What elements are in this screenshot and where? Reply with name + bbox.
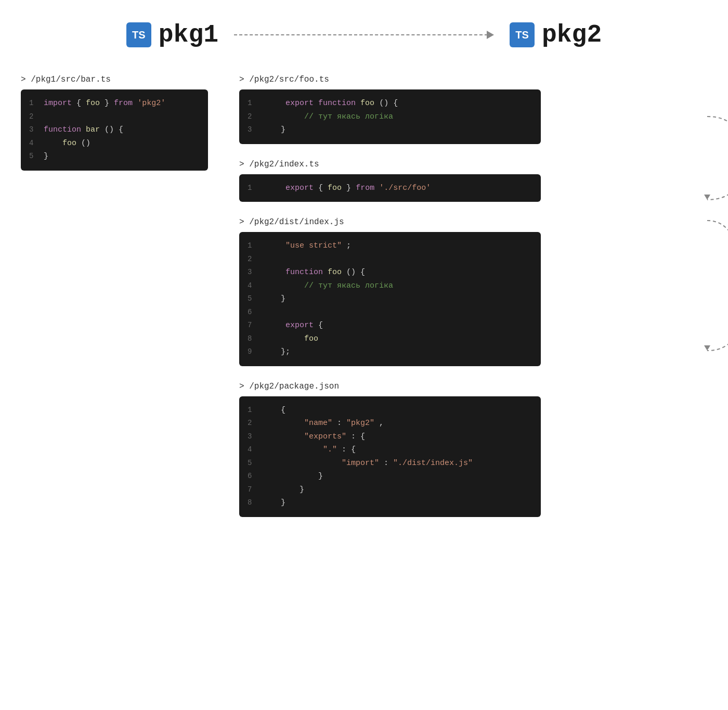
pjln-6: 6	[248, 470, 262, 483]
code-line-2: 2	[29, 110, 200, 124]
dist-line-8: 8 foo	[248, 332, 532, 346]
line-content-2	[44, 110, 200, 124]
dist-index-section: > /pkg2/dist/index.js 1 "use strict" ; 2	[239, 217, 707, 366]
lc-2: // тут якась логіка	[262, 110, 532, 124]
foo-ts-path: > /pkg2/src/foo.ts	[239, 75, 707, 84]
dln-1: 1	[248, 240, 262, 252]
pj-line-5: 5 "import" : "./dist/index.js"	[248, 457, 532, 470]
index-ts-path-text: > /pkg2/index.ts	[239, 160, 319, 169]
dist-line-7: 7 export {	[248, 319, 532, 332]
pjln-3: 3	[248, 431, 262, 443]
main-content: > /pkg1/src/bar.ts 1 import { foo } from…	[0, 75, 728, 533]
pkg1-label: TS pkg1	[126, 21, 218, 49]
lc-3: }	[262, 123, 532, 137]
line-content-3: function bar () {	[44, 123, 200, 137]
arrow-head	[487, 31, 494, 39]
pj-line-4: 4 "." : {	[248, 443, 532, 457]
pjlc-3: "exports" : {	[262, 430, 532, 444]
dist-line-9: 9 };	[248, 345, 532, 359]
code-line-1: 1 import { foo } from 'pkg2'	[29, 97, 200, 110]
pjln-4: 4	[248, 444, 262, 456]
dln-2: 2	[248, 253, 262, 266]
ln-1: 1	[248, 97, 262, 110]
dln-9: 9	[248, 346, 262, 358]
pjlc-2: "name" : "pkg2" ,	[262, 417, 532, 430]
iln-1: 1	[248, 182, 262, 195]
foo-ts-line-2: 2 // тут якась логіка	[248, 110, 532, 124]
dln-4: 4	[248, 280, 262, 292]
dist-index-path: > /pkg2/dist/index.js	[239, 217, 707, 227]
line-num-3: 3	[29, 124, 44, 136]
pj-line-1: 1 {	[248, 404, 532, 417]
dlc-9: };	[262, 345, 532, 359]
index-ts-code: 1 export { foo } from './src/foo'	[239, 174, 541, 202]
dlc-7: export {	[262, 319, 532, 332]
dln-7: 7	[248, 319, 262, 332]
code-line-5: 5 }	[29, 150, 200, 163]
line-content-4: foo ()	[44, 137, 200, 150]
dist-line-4: 4 // тут якась логіка	[248, 279, 532, 293]
foo-ts-line-1: 1 export function foo () {	[248, 97, 532, 110]
bar-ts-section: > /pkg1/src/bar.ts 1 import { foo } from…	[21, 75, 208, 171]
pjln-8: 8	[248, 497, 262, 509]
pkg1-text: pkg1	[159, 21, 218, 49]
pj-line-7: 7 }	[248, 483, 532, 497]
pjlc-8: }	[262, 496, 532, 510]
dln-5: 5	[248, 293, 262, 305]
foo-ts-code: 1 export function foo () { 2	[239, 89, 541, 144]
pjln-2: 2	[248, 417, 262, 430]
header: TS pkg1 TS pkg2	[0, 0, 728, 75]
dln-8: 8	[248, 333, 262, 345]
dlc-8: foo	[262, 332, 532, 346]
dist-line-3: 3 function foo () {	[248, 266, 532, 279]
line-num-2: 2	[29, 111, 44, 123]
dlc-6	[262, 306, 532, 319]
line-content-1: import { foo } from 'pkg2'	[44, 97, 200, 110]
foo-ts-section: > /pkg2/src/foo.ts 1 export function foo…	[239, 75, 707, 144]
line-num-5: 5	[29, 150, 44, 163]
left-column: > /pkg1/src/bar.ts 1 import { foo } from…	[21, 75, 208, 186]
file-path-text: > /pkg1/src/bar.ts	[21, 75, 111, 84]
dlc-2	[262, 253, 532, 266]
line-content-5: }	[44, 150, 200, 163]
dist-line-6: 6	[248, 306, 532, 319]
pjln-5: 5	[248, 457, 262, 470]
dlc-1: "use strict" ;	[262, 239, 532, 253]
pjlc-4: "." : {	[262, 443, 532, 457]
pjln-7: 7	[248, 484, 262, 496]
dln-6: 6	[248, 306, 262, 319]
pjln-1: 1	[248, 404, 262, 417]
dln-3: 3	[248, 266, 262, 279]
ln-3: 3	[248, 124, 262, 136]
index-ts-path: > /pkg2/index.ts	[239, 160, 707, 169]
index-ts-section: > /pkg2/index.ts 1 export { foo } from '	[239, 160, 707, 202]
pjlc-6: }	[262, 470, 532, 483]
dlc-5: }	[262, 292, 532, 306]
foo-ts-path-text: > /pkg2/src/foo.ts	[239, 75, 329, 84]
code-line-3: 3 function bar () {	[29, 123, 200, 137]
dist-line-5: 5 }	[248, 292, 532, 306]
pj-line-6: 6 }	[248, 470, 532, 483]
code-line-4: 4 foo ()	[29, 137, 200, 150]
bar-ts-path: > /pkg1/src/bar.ts	[21, 75, 208, 84]
index-ts-line-1: 1 export { foo } from './src/foo'	[248, 182, 532, 195]
dist-line-2: 2	[248, 253, 532, 266]
pj-line-2: 2 "name" : "pkg2" ,	[248, 417, 532, 430]
dlc-4: // тут якась логіка	[262, 279, 532, 293]
pkg2-label: TS pkg2	[510, 21, 602, 49]
pkg-arrow	[234, 27, 494, 43]
ilc-1: export { foo } from './src/foo'	[262, 182, 532, 195]
package-json-section: > /pkg2/package.json 1 { 2 "name"	[239, 382, 707, 517]
pjlc-5: "import" : "./dist/index.js"	[262, 457, 532, 470]
dashed-line	[234, 34, 488, 35]
line-num-4: 4	[29, 137, 44, 150]
dist-index-code: 1 "use strict" ; 2 3	[239, 232, 541, 366]
foo-ts-line-3: 3 }	[248, 123, 532, 137]
dlc-3: function foo () {	[262, 266, 532, 279]
package-json-code: 1 { 2 "name" : "pkg2" ,	[239, 396, 541, 517]
dist-index-path-text: > /pkg2/dist/index.js	[239, 217, 344, 227]
line-num-1: 1	[29, 97, 44, 110]
pjlc-1: {	[262, 404, 532, 417]
right-column: re-export build > /pkg2/src/foo.ts 1 exp…	[239, 75, 707, 533]
pjlc-7: }	[262, 483, 532, 497]
